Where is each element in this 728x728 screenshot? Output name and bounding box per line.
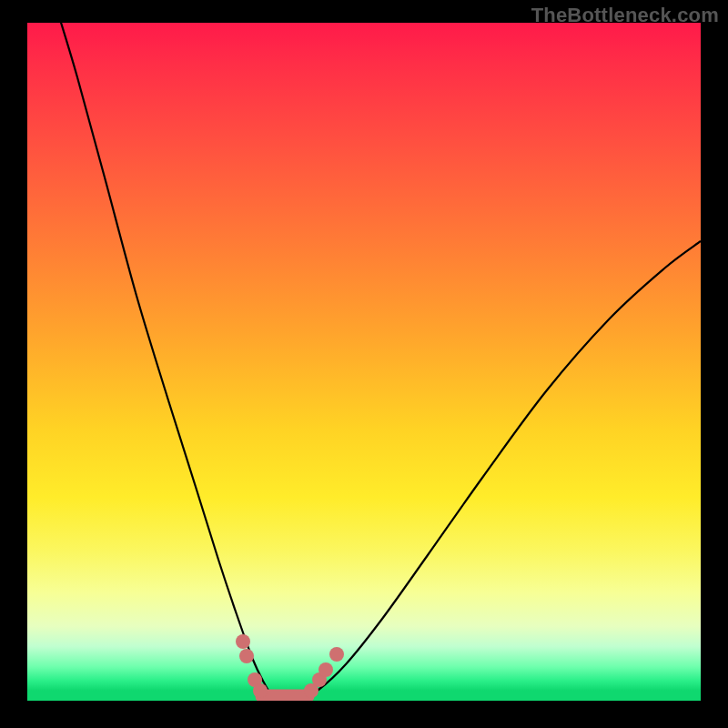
marker-dot: [239, 649, 254, 663]
watermark-text: TheBottleneck.com: [531, 4, 719, 27]
plot-area: [27, 23, 701, 701]
marker-dot: [236, 634, 250, 649]
marker-dot: [318, 662, 333, 677]
marker-layer: [27, 23, 701, 701]
marker-dot: [329, 647, 344, 662]
marker-dot: [253, 683, 268, 698]
marker-group: [236, 634, 344, 698]
chart-container: TheBottleneck.com: [0, 0, 728, 728]
